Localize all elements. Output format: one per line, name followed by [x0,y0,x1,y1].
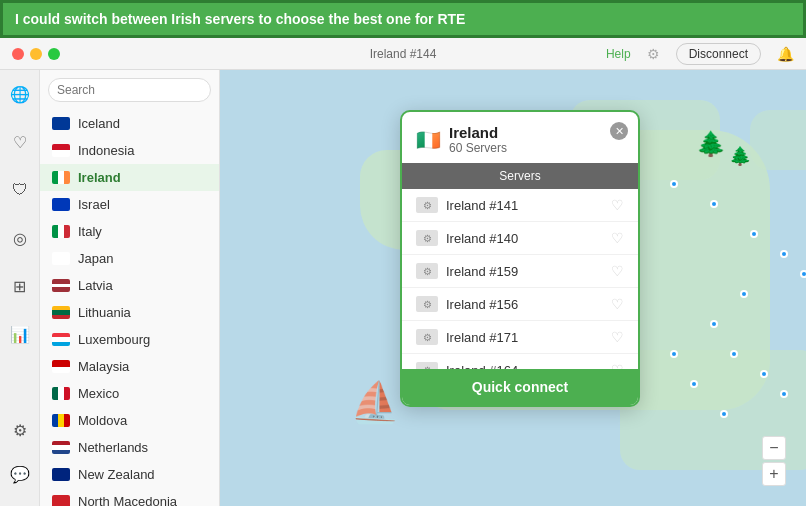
chart-icon[interactable]: 📊 [4,318,36,350]
map-zoom-controls: − + [762,436,786,486]
flag-md [52,414,70,427]
quick-connect-button[interactable]: Quick connect [402,369,638,405]
sidebar-item-netherlands[interactable]: Netherlands [40,434,219,461]
favorite-icon[interactable]: ♡ [611,329,624,345]
heart-icon[interactable]: ♡ [4,126,36,158]
flag-id [52,144,70,157]
fullscreen-button[interactable] [48,48,60,60]
map-dot-7 [730,350,738,358]
country-list: IcelandIndonesiaIrelandIsraelItalyJapanL… [40,110,219,506]
map-dot-8 [760,370,768,378]
search-input[interactable] [48,78,211,102]
layers-icon[interactable]: ⊞ [4,270,36,302]
server-name: Ireland #159 [446,264,611,279]
flag-my [52,360,70,373]
popup-header: 🇮🇪 Ireland 60 Servers ✕ [402,112,638,163]
sidebar-item-latvia[interactable]: Latvia [40,272,219,299]
popup-country: Ireland [449,124,507,141]
sidebar-item-italy[interactable]: Italy [40,218,219,245]
country-name: New Zealand [78,467,155,482]
flag-il [52,198,70,211]
favorite-icon[interactable]: ♡ [611,296,624,312]
map-dot-6 [710,320,718,328]
server-icon [416,362,438,369]
country-name: Moldova [78,413,127,428]
flag-lt [52,306,70,319]
server-icon [416,296,438,312]
sidebar-item-moldova[interactable]: Moldova [40,407,219,434]
settings-icon[interactable]: ⚙ [647,46,660,62]
server-list: Ireland #141♡Ireland #140♡Ireland #159♡I… [402,189,638,369]
map-area: 🌲 🌲 ⛵ 🇮🇪 Ireland 60 Servers ✕ Servers [220,70,806,506]
gear-icon[interactable]: ⚙ [4,414,36,446]
flag-ie [52,171,70,184]
popup-close-button[interactable]: ✕ [610,122,628,140]
server-list-item[interactable]: Ireland #159♡ [402,255,638,288]
flag-jp [52,252,70,265]
sidebar-item-malaysia[interactable]: Malaysia [40,353,219,380]
sidebar-item-mexico[interactable]: Mexico [40,380,219,407]
sidebar-item-new-zealand[interactable]: New Zealand [40,461,219,488]
globe-icon[interactable]: 🌐 [4,78,36,110]
sidebar-item-japan[interactable]: Japan [40,245,219,272]
map-dot-12 [670,350,678,358]
flag-nl [52,441,70,454]
tab-servers[interactable]: Servers [402,163,638,189]
favorite-icon[interactable]: ♡ [611,362,624,369]
icon-bar: 🌐 ♡ 🛡 ◎ ⊞ 📊 ⚙ 💬 [0,70,40,506]
app-container: Ireland #144 Help ⚙ Disconnect 🔔 🌐 ♡ 🛡 ◎… [0,38,806,506]
sidebar-item-luxembourg[interactable]: Luxembourg [40,326,219,353]
server-list-item[interactable]: Ireland #140♡ [402,222,638,255]
sidebar-item-ireland[interactable]: Ireland [40,164,219,191]
sidebar-item-iceland[interactable]: Iceland [40,110,219,137]
zoom-in-button[interactable]: + [762,462,786,486]
popup-server-count: 60 Servers [449,141,507,155]
server-name: Ireland #171 [446,330,611,345]
notification-icon[interactable]: 🔔 [777,46,794,62]
server-list-item[interactable]: Ireland #141♡ [402,189,638,222]
country-name: Luxembourg [78,332,150,347]
map-dot-2 [750,230,758,238]
country-name: Iceland [78,116,120,131]
server-name: Ireland #141 [446,198,611,213]
flag-it [52,225,70,238]
server-list-item[interactable]: Ireland #171♡ [402,321,638,354]
server-icon [416,230,438,246]
close-button[interactable] [12,48,24,60]
server-list-item[interactable]: Ireland #156♡ [402,288,638,321]
flag-lv [52,279,70,292]
map-dot-9 [780,390,788,398]
server-name: Ireland #140 [446,231,611,246]
traffic-lights [12,48,60,60]
popup-flag: 🇮🇪 [416,128,441,152]
chat-icon[interactable]: 💬 [4,458,36,490]
favorite-icon[interactable]: ♡ [611,197,624,213]
tab-label: Ireland #144 [370,47,437,61]
country-name: Italy [78,224,102,239]
server-list-item[interactable]: Ireland #164♡ [402,354,638,369]
minimize-button[interactable] [30,48,42,60]
tree-icon-2: 🌲 [729,145,751,167]
country-name: Malaysia [78,359,129,374]
favorite-icon[interactable]: ♡ [611,263,624,279]
country-name: Israel [78,197,110,212]
sidebar-item-israel[interactable]: Israel [40,191,219,218]
disconnect-button[interactable]: Disconnect [676,43,761,65]
popup-tabs: Servers [402,163,638,189]
map-dot-5 [740,290,748,298]
sidebar-item-north-macedonia[interactable]: North Macedonia [40,488,219,506]
country-name: North Macedonia [78,494,177,506]
sidebar-item-lithuania[interactable]: Lithuania [40,299,219,326]
tree-icon: 🌲 [696,130,726,158]
flag-lu [52,333,70,346]
country-name: Ireland [78,170,121,185]
favorite-icon[interactable]: ♡ [611,230,624,246]
shield-icon[interactable]: 🛡 [4,174,36,206]
help-button[interactable]: Help [606,47,631,61]
map-dot-4 [800,270,806,278]
sidebar-item-indonesia[interactable]: Indonesia [40,137,219,164]
target-icon[interactable]: ◎ [4,222,36,254]
zoom-out-button[interactable]: − [762,436,786,460]
country-name: Indonesia [78,143,134,158]
map-dot-3 [780,250,788,258]
